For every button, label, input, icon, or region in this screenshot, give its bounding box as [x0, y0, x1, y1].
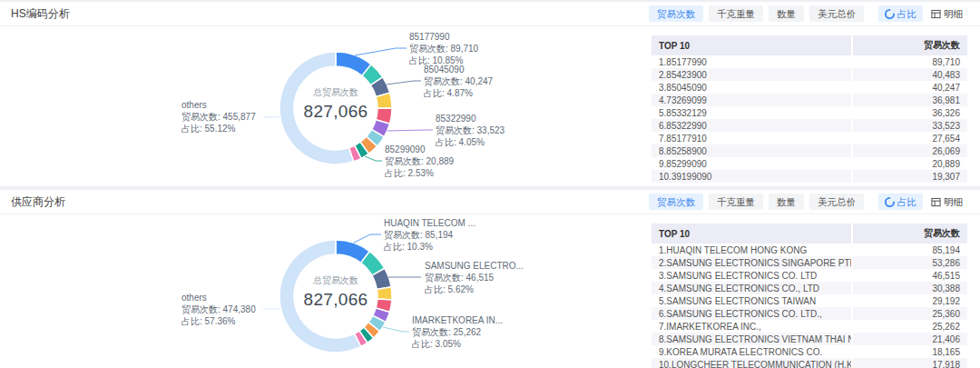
callout-title: SAMSUNG ELECTRO... — [425, 260, 524, 272]
table-rows: 1.HUAQIN TELECOM HONG KONG85,1942.SAMSUN… — [652, 244, 967, 368]
callout-percent: 占比: 57.36% — [181, 315, 256, 327]
row-label: 6.85322990 — [652, 119, 851, 132]
metric-button[interactable]: 千克重量 — [709, 194, 763, 210]
table-row: 4.SAMSUNG ELECTRONICS CO., LTD30,388 — [652, 282, 967, 294]
table-row: 9.8529909020,889 — [652, 157, 967, 170]
row-value: 40,247 — [851, 81, 967, 94]
row-value: 89,710 — [851, 55, 967, 68]
donut-slice[interactable] — [377, 287, 392, 300]
table-row: 8.8525890026,069 — [652, 144, 967, 157]
row-label: 2.85423900 — [652, 68, 851, 81]
callout-percent: 占比: 55.12% — [181, 123, 256, 134]
callout-value: 贸易次数: 33,523 — [436, 124, 505, 136]
ratio-view-button[interactable]: 占比 — [878, 194, 923, 210]
table-header-metric: 贸易次数 — [851, 35, 967, 55]
metric-button[interactable]: 数量 — [769, 194, 804, 210]
table-header-top10: TOP 10 — [652, 225, 851, 243]
metric-button[interactable]: 美元总价 — [809, 5, 864, 22]
table-header-metric: 贸易次数 — [851, 224, 967, 244]
table-row: 7.8517791027,654 — [652, 132, 967, 144]
callout-value: 贸易次数: 455,877 — [181, 111, 256, 123]
row-label: 9.85299090 — [652, 157, 851, 170]
view-button-label: 占比 — [897, 196, 916, 207]
table-row: 1.8517799089,710 — [652, 55, 967, 68]
metric-button[interactable]: 美元总价 — [809, 194, 864, 210]
callout-title: HUAQIN TELECOM ... — [384, 217, 475, 229]
metric-button[interactable]: 千克重量 — [709, 5, 763, 22]
top10-table: TOP 10 贸易次数 1.HUAQIN TELECOM HONG KONG85… — [652, 224, 967, 368]
table-row: 5.8533212936,326 — [652, 106, 967, 119]
table-row: 2.8542390040,483 — [652, 68, 967, 81]
table-row: 10.3919909019,307 — [652, 170, 967, 183]
row-value: 20,889 — [851, 157, 967, 170]
row-value: 85,194 — [851, 244, 967, 256]
row-value: 46,515 — [851, 269, 967, 282]
row-label: 3.85045090 — [652, 81, 851, 94]
callout-leader-line — [355, 48, 407, 55]
row-label: 9.KOREA MURATA ELECTRONICS CO. — [652, 345, 851, 358]
slice-callout: SAMSUNG ELECTRO...贸易次数: 46,515占比: 5.62% — [425, 260, 524, 295]
row-label: 5.SAMSUNG ELECTRONICS TAIWAN — [652, 294, 851, 307]
panel-header: HS编码分析 贸易次数千克重量数量美元总价占比明细 — [0, 2, 980, 26]
panel-hs-code-analysis: HS编码分析 贸易次数千克重量数量美元总价占比明细 总贸易次数 827,066 … — [0, 2, 980, 186]
callout-leader-line — [365, 156, 382, 161]
donut-chart: 总贸易次数 827,066 HUAQIN TELECOM ...贸易次数: 85… — [0, 214, 646, 368]
callout-leader-line — [387, 130, 433, 131]
table-header-row: TOP 10 贸易次数 — [652, 224, 967, 244]
view-toggle-group: 占比明细 — [878, 194, 969, 210]
table-icon — [931, 9, 941, 19]
table-icon — [931, 197, 941, 207]
metric-button[interactable]: 贸易次数 — [649, 5, 703, 22]
toolbar: 贸易次数千克重量数量美元总价占比明细 — [649, 194, 969, 210]
slice-callout: 85045090贸易次数: 40,247占比: 4.87% — [424, 64, 493, 99]
metric-button[interactable]: 数量 — [769, 5, 804, 22]
callout-leader-line — [354, 234, 381, 243]
callout-leader-line — [383, 327, 409, 332]
table-row: 6.8532299033,523 — [652, 119, 967, 132]
callout-title: 85299090 — [385, 144, 454, 155]
slice-callout: HUAQIN TELECOM ...贸易次数: 85,194占比: 10.3% — [384, 217, 475, 253]
table-row: 5.SAMSUNG ELECTRONICS TAIWAN29,192 — [652, 294, 967, 307]
donut-slice[interactable] — [279, 52, 354, 164]
callout-value: 贸易次数: 89,710 — [409, 43, 478, 55]
callout-value: 贸易次数: 474,380 — [181, 303, 256, 315]
panel-body: 总贸易次数 827,066 HUAQIN TELECOM ...贸易次数: 85… — [0, 214, 980, 368]
ratio-view-button[interactable]: 占比 — [878, 5, 923, 22]
panel-supplier-analysis: 供应商分析 贸易次数千克重量数量美元总价占比明细 总贸易次数 827,066 H… — [0, 190, 980, 368]
row-value: 36,326 — [851, 106, 967, 119]
row-value: 18,165 — [851, 345, 967, 358]
table-row: 10.LONGCHEER TELECOMMUNICATION (H.K.)17,… — [652, 358, 967, 368]
callout-percent: 占比: 4.87% — [424, 87, 493, 99]
row-label: 10.39199090 — [652, 170, 851, 183]
row-value: 26,069 — [851, 144, 967, 157]
toolbar: 贸易次数千克重量数量美元总价占比明细 — [649, 5, 969, 22]
table-row: 3.SAMSUNG ELECTRONICS CO. LTD46,515 — [652, 269, 967, 282]
row-label: 7.IMARKETKOREA INC., — [652, 320, 851, 333]
callout-title: 85177990 — [409, 31, 478, 43]
donut-chart: 总贸易次数 827,066 85177990贸易次数: 89,710占比: 10… — [0, 26, 646, 186]
row-value: 33,523 — [851, 119, 967, 132]
table-header-row: TOP 10 贸易次数 — [652, 35, 967, 55]
callout-value: 贸易次数: 25,262 — [412, 326, 503, 338]
callout-title: 85045090 — [424, 64, 493, 75]
callout-value: 贸易次数: 46,515 — [425, 272, 524, 283]
row-label: 1.85177990 — [652, 55, 851, 68]
row-label: 10.LONGCHEER TELECOMMUNICATION (H.K.) — [652, 358, 851, 368]
metric-button[interactable]: 贸易次数 — [649, 194, 703, 210]
row-label: 8.85258900 — [652, 144, 851, 157]
callout-value: 贸易次数: 85,194 — [384, 229, 475, 241]
row-label: 7.85177910 — [652, 132, 851, 144]
slice-callout: 85177990贸易次数: 89,710占比: 10.85% — [409, 31, 478, 66]
detail-view-button[interactable]: 明细 — [925, 194, 969, 210]
callout-percent: 占比: 5.62% — [425, 283, 524, 295]
panel-body: 总贸易次数 827,066 85177990贸易次数: 89,710占比: 10… — [0, 26, 980, 186]
pie-icon — [885, 9, 895, 19]
callout-percent: 占比: 2.53% — [385, 167, 454, 179]
table-rows: 1.8517799089,7102.8542390040,4833.850450… — [652, 55, 967, 183]
callout-title: others — [181, 99, 256, 111]
row-value: 36,981 — [851, 94, 967, 106]
row-value: 25,262 — [851, 320, 967, 333]
row-value: 19,307 — [851, 170, 967, 183]
detail-view-button[interactable]: 明细 — [925, 5, 969, 22]
row-label: 1.HUAQIN TELECOM HONG KONG — [652, 244, 851, 256]
